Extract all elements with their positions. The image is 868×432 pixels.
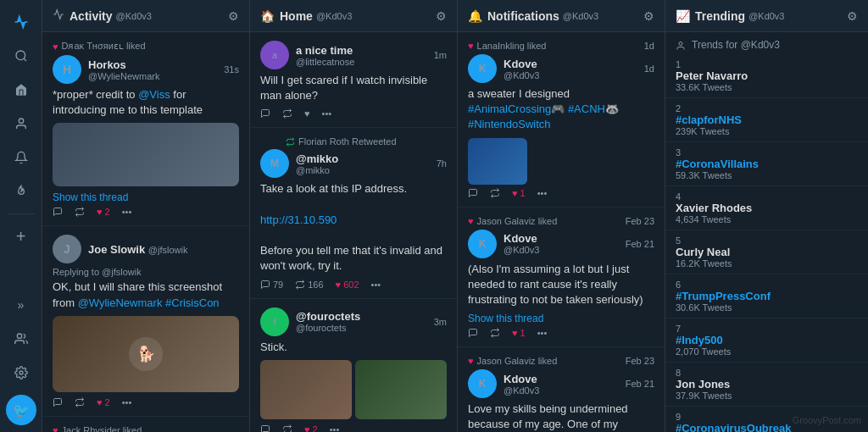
retweet-action[interactable]	[75, 397, 85, 407]
twitter-nav-icon[interactable]: 🐦	[6, 395, 36, 425]
trend-tweets: 4,634 Tweets	[676, 214, 858, 224]
liked-by-label: ♥ Dᴙaκ Tнσяиɛʟ liked	[53, 41, 239, 52]
mention-link[interactable]: @WylieNewmark	[78, 296, 163, 309]
more-action[interactable]: •••	[122, 207, 132, 217]
tweet-time: 3m	[434, 317, 447, 327]
tweet: f @fouroctets @fouroctets 3m Stick. ♥ 2	[250, 299, 457, 433]
notifications-nav-icon[interactable]	[6, 142, 36, 173]
tweet-handle: @mikko	[296, 165, 437, 175]
more-action[interactable]: •••	[322, 108, 332, 119]
retweet-action[interactable]	[490, 328, 500, 338]
hashtag-link[interactable]: #AnimalCrossing	[468, 102, 551, 115]
svg-point-3	[17, 334, 21, 338]
reply-action[interactable]	[468, 328, 478, 338]
trend-name[interactable]: #Indy500	[676, 334, 858, 346]
retweet-action[interactable]	[490, 188, 500, 198]
trend-tweets: 30.6K Tweets	[676, 302, 858, 313]
reply-action[interactable]: 79	[260, 280, 283, 290]
liked-by-label: ♥ LanaInkling liked 1d	[468, 41, 654, 51]
notifications-column-icon: 🔔	[468, 9, 482, 23]
home-nav-icon[interactable]	[6, 75, 36, 105]
trending-column-icon: 📈	[676, 9, 690, 23]
tweet-content: OK, but I will share this screenshot fro…	[53, 280, 239, 310]
reply-action[interactable]	[53, 397, 63, 407]
trend-name[interactable]: Curly Neal	[676, 246, 858, 258]
home-column: 🏠 Home @Kd0v3 ⚙ a a nice time @littlecat…	[250, 0, 458, 432]
tweet-header: H Horkos @WylieNewmark 31s	[53, 55, 239, 84]
tweet-actions: 79 166 ♥ 602 •••	[260, 280, 447, 290]
show-thread-link[interactable]: Show this thread	[53, 191, 239, 203]
fire-nav-icon[interactable]	[6, 176, 36, 207]
search-nav-icon[interactable]	[6, 41, 36, 71]
trend-name[interactable]: Xavier Rhodes	[676, 202, 858, 214]
mention-link[interactable]: @Viss	[138, 88, 170, 101]
like-action[interactable]: ♥ 2	[304, 424, 318, 432]
like-action[interactable]: ♥ 1	[512, 328, 526, 338]
more-action[interactable]: •••	[537, 328, 548, 338]
more-action[interactable]: •••	[537, 188, 548, 198]
activity-column-settings[interactable]: ⚙	[228, 9, 239, 23]
trend-name[interactable]: Jon Jones	[676, 378, 858, 390]
tweet-handle: @WylieNewmark	[88, 71, 224, 81]
retweet-action[interactable]	[282, 108, 292, 119]
tweet-name: Joe Slowik	[88, 243, 148, 256]
trend-rank: 8	[676, 368, 858, 378]
trend-item: 4 Xavier Rhodes 4,634 Tweets	[665, 186, 868, 230]
hashtag-link[interactable]: #CrisisCon	[165, 296, 220, 309]
avatar: a	[260, 41, 289, 69]
liked-by-label: ♥ Jason Galaviz liked Feb 23	[468, 356, 654, 366]
profile-nav-icon[interactable]	[6, 108, 36, 139]
trend-tweets: 37.9K Tweets	[676, 390, 858, 401]
reply-action[interactable]	[260, 424, 270, 432]
like-action[interactable]: ♥ 1	[512, 188, 526, 198]
trend-name[interactable]: #CoronaVillains	[676, 158, 858, 170]
tweet: Florian Roth Retweeted M @mikko @mikko 7…	[250, 128, 457, 298]
reply-action[interactable]	[260, 108, 270, 119]
like-action[interactable]: ♥ 602	[336, 280, 359, 290]
add-column-icon[interactable]: +	[6, 221, 36, 252]
trend-name[interactable]: #clapforNHS	[676, 114, 858, 126]
activity-column-title: Activity	[70, 9, 113, 23]
tweet-content: (Also I'm assuming a lot but I just need…	[468, 262, 654, 308]
people-nav-icon[interactable]	[6, 324, 36, 354]
notifications-column-settings[interactable]: ⚙	[643, 9, 654, 23]
tweet: J Joe Slowik @jfslowik Replying to @jfsl…	[42, 226, 249, 416]
trend-name[interactable]: Peter Navarro	[676, 69, 858, 82]
more-action[interactable]: •••	[371, 280, 381, 290]
retweet-action[interactable]	[282, 424, 292, 432]
tweet-actions: ♥ •••	[260, 108, 447, 119]
notifications-column-header: 🔔 Notifications @Kd0v3 ⚙	[458, 0, 665, 32]
more-action[interactable]: •••	[330, 424, 340, 432]
show-thread-link[interactable]: Show this thread	[468, 313, 654, 324]
trend-name[interactable]: #TrumpPressConf	[676, 290, 858, 302]
notif-time: Feb 23	[626, 356, 654, 366]
hashtag-link[interactable]: #ACNH	[568, 102, 605, 115]
retweet-action[interactable]	[75, 207, 85, 217]
hashtag-link[interactable]: #NintendoSwitch	[468, 118, 551, 130]
trending-column-settings[interactable]: ⚙	[847, 9, 858, 23]
notifications-column-handle: @Kd0v3	[563, 11, 598, 21]
reply-action[interactable]	[468, 188, 478, 198]
tweet-time: 31s	[224, 64, 239, 75]
tweet-content: a sweater I designed #AnimalCrossing🎮 #A…	[468, 86, 654, 133]
forward-nav-icon[interactable]: »	[6, 290, 36, 320]
trend-rank: 1	[676, 59, 858, 69]
trend-tweets: 239K Tweets	[676, 126, 858, 136]
ip-link[interactable]: http://31.10.590	[260, 213, 337, 226]
trend-item: 5 Curly Neal 16.2K Tweets	[665, 230, 868, 274]
like-action[interactable]: ♥ 2	[97, 397, 110, 407]
like-action[interactable]: ♥	[304, 108, 310, 119]
avatar: J	[53, 235, 81, 263]
notification-item: ♥ Jason Galaviz liked Feb 23 K Kdove @Kd…	[458, 208, 665, 348]
more-action[interactable]: •••	[122, 397, 132, 407]
tweet-header: J Joe Slowik @jfslowik	[53, 235, 239, 263]
home-column-settings[interactable]: ⚙	[436, 9, 447, 23]
activity-column-icon	[53, 8, 64, 23]
reply-action[interactable]	[53, 207, 63, 217]
tweet-image-right	[355, 360, 447, 419]
retweet-action[interactable]: 166	[295, 280, 323, 290]
settings-nav-icon[interactable]	[6, 357, 36, 388]
like-action[interactable]: ♥ 2	[97, 207, 110, 217]
trending-section-title: Trends for @Kd0v3	[665, 32, 868, 54]
activity-nav-icon[interactable]	[6, 7, 36, 37]
